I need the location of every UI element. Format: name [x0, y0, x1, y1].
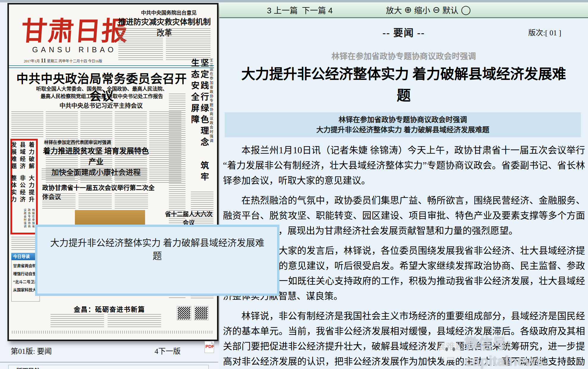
sim-text-block: [166, 28, 210, 62]
npc-headline-line1: 省十二届人大六次会议: [165, 211, 213, 226]
sim-text-block: [118, 28, 163, 62]
zoom-in-icon[interactable]: ⊕: [404, 5, 412, 14]
vertical-headline-kicker: 王三运在参加省政协专题协商议政会时强调: [209, 59, 214, 177]
masthead-date-suffix: 星期三 丙申年十二月十四 今日16版: [47, 59, 102, 63]
redbox-kicker: 林铎在参加省政协专题协商议政会时强调: [13, 209, 35, 231]
current-article-highlight-box[interactable]: 着力破解县域经济发展难题 大力提升非公经济整体实力 林铎在参加省政协专题协商议政…: [10, 139, 38, 234]
masthead-date-day: 11: [41, 57, 46, 64]
page-navigation-title: 版面导航: [16, 366, 40, 369]
jinchang-headline: 金昌：砥砺奋进书新篇: [74, 304, 151, 313]
section-header: -- 要闻 -- 版次:[ 01 ]: [219, 23, 588, 40]
epaper-reader-page: 甘肃日报 GANSU RIBAO 2017年1月 11 星期三 丙申年十二月十四…: [0, 0, 588, 369]
sim-text-block: [11, 237, 39, 250]
prev-article-button[interactable]: 3 上一篇: [267, 4, 298, 16]
zoom-out-icon[interactable]: ⊖: [433, 5, 440, 14]
next-page-button[interactable]: 4下一版: [155, 345, 181, 356]
sim-text-block: [114, 168, 147, 180]
redbox-title-col-middle: 大力提升非公经济整体实力: [13, 175, 35, 208]
band-title: 大力提升非公经济整体实力 着力破解县域经济发展难题: [225, 125, 581, 135]
reader-toolbar: 3 上一篇 下一篇 4 放大 ⊕ 缩小 ⊖ 默认 ◯: [219, 2, 588, 18]
mid-story-headline-line1: 着力推进脱贫攻坚 培育发展特色产业: [43, 147, 149, 166]
pdf-download-icon[interactable]: PDF: [205, 341, 214, 353]
article-paragraph: 本报兰州1月10日讯（记者朱婕 徐锦涛）今天上午，政协甘肃省十一届五次会议举行“…: [223, 143, 585, 188]
page-navigation-box: 版面导航: [8, 365, 209, 369]
mid-story-kicker: 林铎在参加定西代表团审议时强调: [44, 139, 133, 145]
current-page-label: 第01版: 要闻: [11, 345, 52, 356]
next-article-button[interactable]: 下一篇 4: [302, 4, 333, 16]
lead-presider: 中共中央总书记习近平主持会议: [27, 101, 175, 110]
sim-text-block: [42, 193, 76, 209]
pdf-icon-label: PDF: [205, 344, 214, 349]
article-title-line2: 题: [397, 88, 411, 103]
page-number-label: 版次:[ 01 ]: [528, 27, 561, 37]
lead-subhead: 听取全国人大常委会、国务院、全国政协、最高人民法院、 最高人民检察院党组工作汇报…: [21, 85, 183, 100]
article-title-line1: 大力提升非公经济整体实力 着力破解县域经济发展难: [241, 66, 566, 82]
band-kicker: 林铎在参加省政协专题协商议政会时强调: [225, 115, 581, 125]
article-title-tooltip: 大力提升非公经济整体实力 着力破解县域经济发展难题: [35, 225, 279, 296]
vertical-headline-phrase1: 坚定践行绿色理念: [199, 59, 209, 149]
window-top-strip: [0, 0, 588, 2]
sim-text-block: [78, 168, 111, 180]
bottom-divider: [0, 362, 218, 362]
topright-kicker: 中共中央国务院出台意见: [127, 9, 210, 16]
zoom-reset-icon[interactable]: ◯: [461, 5, 471, 14]
zoom-in-button[interactable]: 放大: [386, 4, 402, 16]
vertical-headline: 坚定践行绿色理念 筑牢生态安全屏障: [190, 59, 209, 186]
qr-code-row: [177, 306, 213, 320]
redbox-title-col-right: 着力破解县域经济发展难题: [13, 142, 35, 175]
masthead-date-prefix: 2017年1月: [24, 59, 40, 63]
reader-guide-header: 今日导读: [11, 253, 39, 260]
article-panel: 3 上一篇 下一篇 4 放大 ⊕ 缩小 ⊖ 默认 ◯ -- 要闻 -- 版次:[…: [219, 2, 588, 369]
qr-code-icon: [194, 306, 208, 320]
sim-text-block: [115, 193, 148, 209]
lead-subhead-line1: 听取全国人大常委会、国务院、全国政协、最高人民法院、: [36, 86, 168, 92]
masthead-divider: [9, 65, 214, 68]
sim-text-block: [78, 193, 112, 209]
wechat-icon: [439, 341, 460, 360]
article-kicker: 林铎在参加省政协专题协商议政会时强调: [219, 50, 588, 62]
lead-subhead-line2: 最高人民检察院党组工作汇报 听取中央书记处工作报告: [40, 94, 163, 99]
masthead-date: 2017年1月 11 星期三 丙申年十二月十四 今日16版: [24, 57, 125, 64]
watermark: 微信号: capitalnews: [439, 332, 588, 369]
masthead-title: 甘肃日报: [20, 10, 127, 48]
sim-text-block: [11, 111, 43, 137]
sim-text-block: [108, 314, 161, 327]
zoom-out-button[interactable]: 缩小: [414, 4, 430, 16]
watermark-text: 微信号: capitalnews: [465, 332, 588, 369]
zoom-reset-button[interactable]: 默认: [442, 4, 458, 16]
sim-text-block: [51, 314, 104, 327]
sim-text-block: [42, 168, 75, 180]
paper-footer-microtext: [12, 331, 213, 334]
article-subtitle-band: 林铎在参加省政协专题协商议政会时强调 大力提升非公经济整体实力 着力破解县域经济…: [225, 112, 581, 137]
masthead-pinyin: GANSU RIBAO: [30, 45, 119, 54]
article-title: 大力提升非公经济整体实力 着力破解县域经济发展难 题: [222, 63, 585, 106]
qr-code-icon: [177, 306, 191, 320]
tooltip-text: 大力提升非公经济整体实力 着力破解县域经济发展难题: [37, 236, 277, 263]
